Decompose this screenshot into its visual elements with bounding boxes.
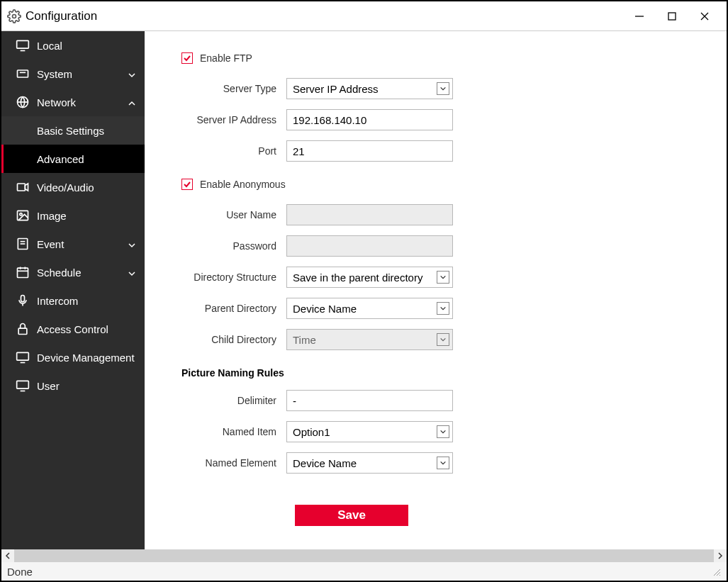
status-text: Done xyxy=(7,566,33,578)
sidebar-item-local[interactable]: Local xyxy=(1,31,145,60)
sidebar-item-system[interactable]: System xyxy=(1,60,145,88)
picture-naming-rules-header: Picture Naming Rules xyxy=(181,367,705,379)
sidebar-item-network[interactable]: Network xyxy=(1,88,145,116)
enable-ftp-checkbox[interactable] xyxy=(181,52,193,64)
sidebar-item-event[interactable]: Event xyxy=(1,230,145,258)
sidebar-sub-advanced[interactable]: Advanced xyxy=(1,145,145,173)
monitor-icon xyxy=(16,38,30,52)
enable-anonymous-label: Enable Anonymous xyxy=(200,179,286,190)
port-label: Port xyxy=(181,145,286,157)
svg-rect-22 xyxy=(21,296,25,302)
lock-icon xyxy=(16,322,30,336)
sidebar-item-access-control[interactable]: Access Control xyxy=(1,315,145,343)
port-input[interactable] xyxy=(286,140,453,162)
status-bar: Done xyxy=(1,562,727,581)
sidebar-item-label: User xyxy=(37,380,136,392)
enable-ftp-label: Enable FTP xyxy=(200,52,252,64)
svg-point-14 xyxy=(20,213,22,216)
image-icon xyxy=(16,208,30,223)
directory-structure-select[interactable]: Save in the parent directory xyxy=(286,267,453,288)
monitor-icon xyxy=(16,379,30,393)
chevron-down-icon xyxy=(437,425,449,438)
chevron-down-icon xyxy=(437,302,449,315)
sidebar-item-label: Image xyxy=(37,210,136,222)
horizontal-scrollbar[interactable] xyxy=(1,549,727,562)
chevron-down-icon xyxy=(128,69,136,78)
maximize-button[interactable] xyxy=(656,1,688,31)
svg-marker-12 xyxy=(25,184,28,191)
sidebar-sub-label: Advanced xyxy=(37,153,84,165)
sidebar-item-schedule[interactable]: Schedule xyxy=(1,258,145,286)
directory-structure-label: Directory Structure xyxy=(181,272,286,283)
chevron-down-icon xyxy=(437,457,449,469)
chevron-down-icon xyxy=(437,82,449,95)
child-directory-select: Time xyxy=(286,329,453,350)
content-panel: Enable FTP Server Type Server IP Address… xyxy=(145,31,727,549)
named-element-select[interactable]: Device Name xyxy=(286,452,453,474)
svg-line-29 xyxy=(714,569,720,576)
chevron-down-icon xyxy=(128,240,136,248)
svg-rect-27 xyxy=(17,381,29,388)
sidebar-item-video-audio[interactable]: Video/Audio xyxy=(1,173,145,201)
sidebar-item-label: Intercom xyxy=(37,295,136,307)
event-icon xyxy=(16,237,30,251)
sidebar-item-label: Access Control xyxy=(37,323,136,335)
password-label: Password xyxy=(181,240,286,252)
enable-anonymous-row: Enable Anonymous xyxy=(181,179,705,190)
chevron-up-icon xyxy=(128,98,136,106)
scroll-left-arrow[interactable] xyxy=(1,549,14,562)
minimize-button[interactable] xyxy=(623,1,656,31)
monitor-icon xyxy=(16,350,30,364)
child-directory-label: Child Directory xyxy=(181,334,286,345)
close-button[interactable] xyxy=(688,1,721,31)
named-element-label: Named Element xyxy=(181,457,286,469)
chevron-down-icon xyxy=(437,271,449,284)
scroll-right-arrow[interactable] xyxy=(714,549,727,562)
video-icon xyxy=(16,180,30,194)
gear-icon xyxy=(7,9,21,23)
server-type-label: Server Type xyxy=(181,83,286,94)
sidebar: Local System Network Basic Settings Adva… xyxy=(1,31,145,549)
calendar-icon xyxy=(16,265,30,279)
sidebar-item-label: Device Management xyxy=(37,352,136,364)
delimiter-label: Delimiter xyxy=(181,395,286,406)
svg-line-31 xyxy=(719,575,720,576)
parent-directory-select[interactable]: Device Name xyxy=(286,298,453,319)
save-button[interactable]: Save xyxy=(295,505,408,526)
named-item-label: Named Item xyxy=(181,426,286,437)
enable-ftp-row: Enable FTP xyxy=(181,52,705,64)
sidebar-sub-label: Basic Settings xyxy=(37,125,104,137)
sidebar-item-label: System xyxy=(37,68,128,80)
resize-grip-icon[interactable] xyxy=(711,566,721,576)
sidebar-item-label: Event xyxy=(37,238,128,250)
delimiter-input[interactable] xyxy=(286,390,453,411)
svg-rect-11 xyxy=(18,184,26,191)
chevron-down-icon xyxy=(128,268,136,276)
svg-point-0 xyxy=(13,14,16,18)
server-ip-input[interactable] xyxy=(286,109,453,130)
svg-rect-25 xyxy=(17,352,29,360)
sidebar-item-label: Schedule xyxy=(37,267,128,279)
server-type-select[interactable]: Server IP Address xyxy=(286,78,453,99)
titlebar: Configuration xyxy=(1,1,727,31)
svg-rect-5 xyxy=(17,40,29,48)
sidebar-item-label: Video/Audio xyxy=(37,181,136,194)
sidebar-item-label: Network xyxy=(37,96,128,108)
named-item-select[interactable]: Option1 xyxy=(286,421,453,442)
parent-directory-label: Parent Directory xyxy=(181,303,286,314)
user-name-label: User Name xyxy=(181,209,286,220)
svg-rect-24 xyxy=(18,328,27,334)
scrollbar-track[interactable] xyxy=(14,549,714,562)
chevron-down-icon xyxy=(437,333,449,346)
sidebar-item-image[interactable]: Image xyxy=(1,201,145,230)
sidebar-sub-basic-settings[interactable]: Basic Settings xyxy=(1,116,145,145)
svg-rect-18 xyxy=(18,268,28,277)
sidebar-item-device-management[interactable]: Device Management xyxy=(1,343,145,371)
svg-rect-7 xyxy=(18,70,28,77)
sidebar-item-intercom[interactable]: Intercom xyxy=(1,286,145,315)
microphone-icon xyxy=(16,293,30,308)
enable-anonymous-checkbox[interactable] xyxy=(181,179,193,190)
svg-rect-2 xyxy=(668,13,676,20)
server-ip-label: Server IP Address xyxy=(181,114,286,125)
sidebar-item-user[interactable]: User xyxy=(1,371,145,400)
